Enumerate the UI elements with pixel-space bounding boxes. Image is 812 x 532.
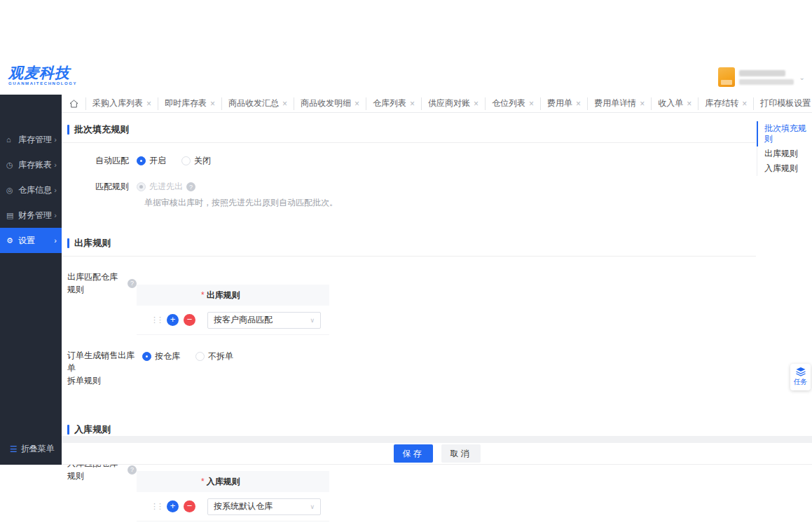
sidebar: ⌂ 库存管理 › ◷ 库存账表 › ◎ 仓库信息 › ▤ 财务管理 › ⚙ 设置…	[0, 95, 62, 465]
tab-expense-bill[interactable]: 费用单×	[540, 97, 587, 110]
section-title: 出库规则	[74, 237, 111, 250]
task-label: 任务	[794, 377, 808, 387]
info-circle-icon: ◎	[6, 186, 16, 195]
required-asterisk: *	[201, 477, 205, 486]
split-order-label: 订单生成销售出库单 拆单规则	[67, 349, 137, 387]
home-tab-button[interactable]	[62, 100, 85, 108]
tab-warehouse-list[interactable]: 仓库列表×	[366, 97, 421, 110]
auto-match-row: 自动匹配 开启 关闭	[67, 155, 812, 167]
tab-income-bill[interactable]: 收入单×	[651, 97, 698, 110]
auto-match-radio-group: 开启 关闭	[137, 155, 211, 167]
avatar	[718, 67, 735, 87]
radio-no-split[interactable]: 不拆单	[195, 350, 233, 362]
match-rule-row: 匹配规则 先进先出 ?	[67, 181, 812, 193]
outbound-table-header-label: 出库规则	[207, 289, 240, 301]
tab-print-template-settings[interactable]: 打印模板设置×	[753, 97, 812, 110]
radio-auto-match-on[interactable]: 开启	[137, 155, 166, 167]
section-title: 批次填充规则	[74, 123, 129, 136]
close-icon[interactable]: ×	[640, 100, 645, 108]
close-icon[interactable]: ×	[146, 100, 151, 108]
radio-checked-icon[interactable]	[142, 352, 151, 361]
question-circle-icon[interactable]: ?	[128, 279, 137, 288]
content-footer-divider	[62, 436, 812, 443]
outbound-rule-row: ⋮⋮ + − 按客户商品匹配 ∨	[137, 306, 329, 335]
close-icon[interactable]: ×	[282, 100, 287, 108]
anchor-nav: 批次填充规则 出库规则 入库规则	[757, 121, 812, 176]
close-icon[interactable]: ×	[410, 100, 415, 108]
layers-icon	[796, 367, 806, 376]
sidebar-item-finance-management[interactable]: ▤ 财务管理 ›	[0, 203, 62, 228]
tab-bar: 采购入库列表× 即时库存表× 商品收发汇总× 商品收发明细× 仓库列表× 供应商…	[62, 95, 812, 113]
anchor-inbound-rule[interactable]: 入库规则	[757, 161, 812, 176]
close-icon[interactable]: ×	[355, 100, 359, 108]
tab-goods-inout-detail[interactable]: 商品收发明细×	[294, 97, 366, 110]
close-icon[interactable]: ×	[687, 100, 691, 108]
brand-subtitle: GUANMAITECHNOLOGY	[8, 81, 77, 86]
radio-split-by-warehouse[interactable]: 按仓库	[142, 350, 180, 362]
save-button[interactable]: 保存	[394, 444, 433, 463]
main-content: 批次填充规则 自动匹配 开启 关闭 匹配规则 先进先出	[62, 114, 812, 436]
tab-realtime-stock[interactable]: 即时库存表×	[158, 97, 221, 110]
warehouse-icon: ⌂	[6, 135, 16, 144]
tab-purchase-inbound-list[interactable]: 采购入库列表×	[85, 97, 158, 110]
radio-checked-icon[interactable]	[137, 156, 146, 165]
split-order-row: 订单生成销售出库单 拆单规则 按仓库 不拆单	[67, 349, 812, 387]
collapse-menu-button[interactable]: ☰ 折叠菜单	[0, 443, 62, 455]
chevron-right-icon: ›	[54, 135, 57, 144]
split-order-radio-group: 按仓库 不拆单	[142, 349, 233, 362]
close-icon[interactable]: ×	[474, 100, 479, 108]
brand-logo: 观麦科技 GUANMAITECHNOLOGY	[8, 64, 77, 86]
remove-rule-button[interactable]: −	[184, 500, 195, 512]
anchor-outbound-rule[interactable]: 出库规则	[757, 146, 812, 161]
sidebar-item-warehouse-info[interactable]: ◎ 仓库信息 ›	[0, 177, 62, 203]
chevron-down-icon: ∨	[310, 317, 315, 324]
question-circle-icon[interactable]: ?	[128, 465, 137, 475]
clock-icon: ◷	[6, 161, 16, 170]
outbound-match-label: 出库匹配仓库规则?	[67, 265, 137, 296]
user-org-blurred	[739, 79, 794, 85]
close-icon[interactable]: ×	[742, 100, 747, 108]
outbound-rule-table: * 出库规则 ⋮⋮ + − 按客户商品匹配 ∨	[137, 285, 329, 335]
tab-inventory-carryover[interactable]: 库存结转×	[698, 97, 753, 110]
sidebar-item-inventory-ledger[interactable]: ◷ 库存账表 ›	[0, 152, 62, 177]
required-asterisk: *	[201, 290, 205, 300]
task-float-button[interactable]: 任务	[790, 364, 811, 390]
radio-auto-match-off[interactable]: 关闭	[181, 155, 211, 167]
add-rule-button[interactable]: +	[167, 314, 179, 326]
section-accent-bar	[67, 125, 69, 135]
sidebar-item-settings[interactable]: ⚙ 设置 ›	[0, 228, 62, 253]
radio-unchecked-icon[interactable]	[181, 156, 191, 165]
close-icon[interactable]: ×	[210, 100, 215, 108]
home-icon	[69, 100, 78, 108]
section-header-batch-fill-rule: 批次填充规则	[62, 114, 756, 143]
add-rule-button[interactable]: +	[167, 500, 179, 512]
user-menu[interactable]: ⌄	[718, 67, 805, 87]
close-icon[interactable]: ×	[529, 100, 534, 108]
user-name-blurred	[739, 70, 785, 76]
brand-title: 观麦科技	[8, 64, 77, 81]
drag-handle-icon[interactable]: ⋮⋮	[151, 315, 160, 325]
question-circle-icon[interactable]: ?	[186, 182, 195, 191]
match-rule-label: 匹配规则	[67, 181, 137, 193]
anchor-batch-fill-rule[interactable]: 批次填充规则	[757, 121, 812, 146]
gear-icon: ⚙	[6, 236, 16, 245]
sidebar-item-inventory-management[interactable]: ⌂ 库存管理 ›	[0, 127, 62, 152]
remove-rule-button[interactable]: −	[184, 314, 195, 326]
outbound-rule-select[interactable]: 按客户商品匹配 ∨	[207, 312, 321, 329]
app-root: 观麦科技 GUANMAITECHNOLOGY ⌄ ⌂ 库存管理 › ◷ 库存账表…	[0, 0, 812, 532]
inbound-table-header: * 入库规则	[137, 471, 329, 492]
radio-unchecked-icon[interactable]	[195, 352, 205, 361]
drag-handle-icon[interactable]: ⋮⋮	[151, 502, 160, 511]
cancel-button[interactable]: 取消	[441, 444, 481, 463]
section-accent-bar	[67, 238, 69, 248]
tab-expense-bill-detail[interactable]: 费用单详情×	[587, 97, 651, 110]
radio-fifo-disabled: 先进先出 ?	[137, 181, 195, 193]
inbound-rule-table: * 入库规则 ⋮⋮ + − 按系统默认仓库 ∨	[137, 471, 329, 521]
tab-supplier-reconciliation[interactable]: 供应商对账×	[421, 97, 485, 110]
tab-bin-list[interactable]: 仓位列表×	[485, 97, 540, 110]
inbound-table-header-label: 入库规则	[207, 476, 240, 488]
inbound-rule-select[interactable]: 按系统默认仓库 ∨	[207, 498, 321, 515]
tab-goods-inout-summary[interactable]: 商品收发汇总×	[221, 97, 294, 110]
ledger-icon: ▤	[6, 211, 16, 220]
close-icon[interactable]: ×	[576, 100, 581, 108]
